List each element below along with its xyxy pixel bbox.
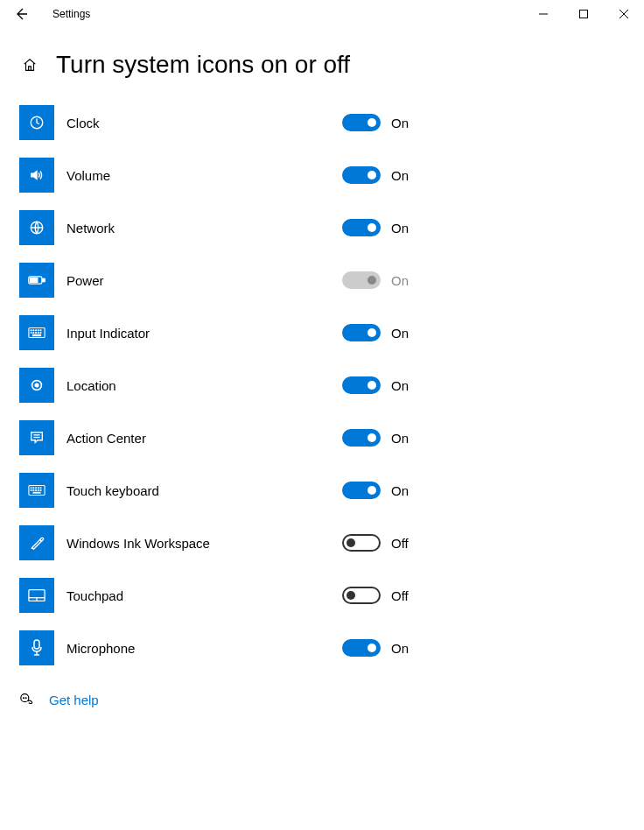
titlebar: Settings	[0, 0, 644, 28]
minimize-button[interactable]	[523, 0, 564, 28]
touchpad-toggle-knob	[346, 591, 355, 600]
input-label: Input Indicator	[66, 326, 150, 341]
touchkb-toggle-knob	[368, 486, 376, 495]
volume-toggle[interactable]	[342, 166, 381, 184]
svg-rect-32	[32, 489, 34, 491]
svg-point-10	[31, 330, 32, 331]
window-title: Settings	[52, 8, 90, 20]
input-icon-tile	[19, 315, 54, 350]
system-icon-row-power: PowerOn	[19, 263, 644, 298]
location-toggle-knob	[368, 381, 376, 390]
touchkb-toggle-wrap: On	[342, 482, 644, 499]
svg-rect-26	[31, 487, 32, 489]
maximize-icon	[579, 10, 588, 18]
svg-point-16	[33, 332, 34, 333]
system-icon-row-microphone: MicrophoneOn	[19, 630, 644, 665]
system-icon-row-network: NetworkOn	[19, 210, 644, 245]
network-toggle[interactable]	[342, 219, 381, 236]
svg-rect-30	[40, 487, 42, 489]
ink-icon-tile	[19, 525, 54, 560]
microphone-toggle[interactable]	[342, 639, 381, 657]
power-toggle-knob	[368, 276, 376, 285]
power-icon-tile	[19, 263, 54, 298]
svg-rect-28	[35, 487, 37, 489]
action-toggle-wrap: On	[342, 429, 644, 447]
volume-toggle-state-label: On	[391, 168, 409, 183]
touchpad-toggle-state-label: Off	[391, 588, 409, 603]
touchkb-label: Touch keyboard	[66, 483, 159, 498]
touchkb-toggle-state-label: On	[391, 483, 409, 498]
svg-point-44	[24, 698, 24, 699]
clock-icon	[29, 115, 45, 130]
input-toggle[interactable]	[342, 324, 381, 341]
home-button[interactable]	[19, 57, 40, 73]
microphone-label: Microphone	[66, 641, 135, 656]
network-label: Network	[66, 221, 115, 236]
location-icon-tile	[19, 368, 54, 403]
close-icon	[620, 10, 628, 18]
ink-toggle-knob	[346, 538, 355, 547]
system-icon-row-touchkb: Touch keyboardOn	[19, 473, 644, 508]
action-label: Action Center	[66, 431, 146, 446]
network-toggle-state-label: On	[391, 221, 409, 236]
back-arrow-icon	[14, 7, 28, 21]
system-icon-row-input: Input IndicatorOn	[19, 315, 644, 350]
microphone-toggle-wrap: On	[342, 639, 644, 657]
touchpad-label: Touchpad	[66, 588, 123, 603]
location-icon	[29, 377, 45, 393]
location-label: Location	[66, 378, 116, 393]
location-toggle[interactable]	[342, 376, 381, 394]
microphone-toggle-state-label: On	[391, 641, 409, 656]
clock-toggle[interactable]	[342, 114, 381, 131]
input-toggle-knob	[368, 328, 376, 337]
touchkb-toggle[interactable]	[342, 482, 381, 499]
svg-rect-1	[580, 11, 588, 18]
input-icon	[28, 327, 46, 339]
action-toggle-knob	[368, 433, 376, 442]
clock-toggle-wrap: On	[342, 114, 644, 131]
touchpad-toggle[interactable]	[342, 587, 381, 604]
home-icon	[22, 57, 38, 73]
action-toggle[interactable]	[342, 429, 381, 447]
power-toggle-state-label: On	[391, 273, 409, 288]
action-icon	[29, 430, 45, 446]
system-icons-list: ClockOnVolumeOnNetworkOnPowerOnInput Ind…	[0, 105, 644, 665]
clock-toggle-knob	[368, 118, 376, 127]
clock-toggle-state-label: On	[391, 116, 409, 130]
microphone-icon	[31, 639, 43, 657]
power-label: Power	[66, 273, 104, 288]
maximize-button[interactable]	[564, 0, 604, 28]
power-toggle	[342, 271, 381, 289]
ink-label: Windows Ink Workspace	[66, 536, 210, 551]
input-toggle-wrap: On	[342, 324, 644, 341]
svg-point-13	[38, 330, 38, 331]
svg-point-19	[40, 332, 41, 333]
svg-rect-33	[35, 489, 37, 491]
close-button[interactable]	[604, 0, 644, 28]
get-help-link[interactable]: Get help	[49, 693, 99, 707]
location-toggle-state-label: On	[391, 378, 409, 393]
system-icon-row-ink: Windows Ink WorkspaceOff	[19, 525, 644, 560]
ink-toggle-wrap: Off	[342, 534, 644, 552]
back-button[interactable]	[0, 0, 42, 28]
svg-rect-35	[40, 489, 42, 491]
svg-rect-36	[32, 492, 40, 494]
system-icon-row-action: Action CenterOn	[19, 420, 644, 455]
touchkb-icon-tile	[19, 473, 54, 508]
volume-label: Volume	[66, 168, 110, 183]
help-row: Get help	[0, 692, 644, 707]
action-icon-tile	[19, 420, 54, 455]
volume-toggle-wrap: On	[342, 166, 644, 184]
network-icon	[29, 220, 45, 236]
input-toggle-state-label: On	[391, 326, 409, 341]
volume-icon-tile	[19, 158, 54, 193]
svg-rect-40	[34, 640, 39, 649]
system-icon-row-volume: VolumeOn	[19, 158, 644, 193]
svg-rect-8	[43, 278, 46, 281]
microphone-icon-tile	[19, 630, 54, 665]
page-title: Turn system icons on or off	[56, 51, 350, 79]
touchpad-icon	[28, 588, 46, 602]
ink-toggle[interactable]	[342, 534, 381, 552]
svg-point-45	[25, 698, 26, 699]
svg-rect-27	[32, 487, 34, 489]
